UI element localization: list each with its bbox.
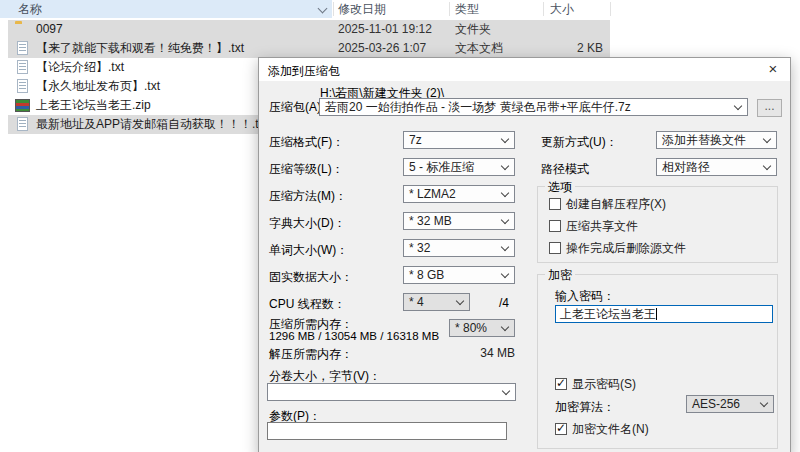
file-type: 文件夹	[455, 20, 491, 39]
method-select[interactable]: * LZMA2	[403, 185, 515, 203]
text-file-icon	[17, 117, 28, 131]
decompress-memory-value: 34 MB	[439, 346, 515, 360]
options-legend: 选项	[545, 179, 575, 196]
cpu-threads-label: CPU 线程数：	[269, 296, 346, 313]
cpu-threads-select[interactable]: * 4	[403, 293, 470, 311]
chevron-down-icon[interactable]	[763, 135, 771, 143]
create-sfx-checkbox[interactable]: 创建自解压程序(X)	[549, 197, 666, 212]
word-size-select[interactable]: * 32	[403, 239, 515, 257]
chevron-down-icon[interactable]	[501, 162, 509, 170]
close-icon[interactable]: ×	[762, 60, 784, 79]
parameters-input[interactable]	[267, 422, 507, 440]
text-cursor	[656, 308, 657, 320]
text-file-icon	[17, 60, 28, 74]
add-to-archive-dialog: 添加到压缩包 × 压缩包(A)： H:\若雨\新建文件夹 (2)\ 若雨20 一…	[258, 57, 791, 452]
file-name: 最新地址及APP请发邮箱自动获取！！！.txt	[36, 115, 268, 134]
encryption-algorithm-select[interactable]: AES-256	[686, 395, 774, 413]
column-header-size[interactable]: 大小	[550, 0, 574, 18]
chevron-down-icon[interactable]	[501, 216, 509, 224]
solid-block-size-label: 固实数据大小：	[269, 269, 353, 286]
format-label: 压缩格式(F)：	[269, 134, 344, 151]
chevron-down-icon[interactable]	[501, 323, 509, 331]
column-header-name[interactable]: 名称	[0, 0, 332, 18]
text-file-icon	[17, 41, 28, 55]
checkbox-icon[interactable]	[549, 220, 561, 232]
solid-block-size-select[interactable]: * 8 GB	[403, 266, 515, 284]
compress-shared-files-checkbox[interactable]: 压缩共享文件	[549, 219, 638, 234]
update-mode-select[interactable]: 添加并替换文件	[656, 131, 777, 149]
file-type: 文本文档	[455, 39, 503, 58]
update-mode-label: 更新方式(U)：	[541, 134, 618, 151]
encryption-algorithm-label: 加密算法：	[555, 399, 615, 416]
file-date: 2025-11-01 19:12	[338, 20, 432, 39]
chevron-down-icon[interactable]	[501, 270, 509, 278]
password-label: 输入密码：	[555, 288, 615, 305]
chevron-down-icon[interactable]	[501, 189, 509, 197]
cpu-threads-max: /4	[499, 296, 509, 310]
checkbox-icon[interactable]	[549, 198, 561, 210]
archive-name-value: 若雨20 一始街拍作品 - 淡一场梦 黄绿色吊带+平底牛仔.7z	[325, 100, 631, 114]
level-label: 压缩等级(L)：	[269, 161, 344, 178]
file-name: 0097	[36, 20, 63, 39]
file-name: 【永久地址发布页】.txt	[36, 77, 160, 96]
chevron-down-icon[interactable]	[456, 297, 464, 305]
column-header-row: 名称 修改日期 类型 大小	[0, 0, 660, 18]
file-name: 【论坛介绍】.txt	[36, 58, 124, 77]
method-label: 压缩方法(M)：	[269, 188, 347, 205]
memory-usage-values: 1296 MB / 13054 MB / 16318 MB	[269, 330, 439, 342]
chevron-down-icon[interactable]	[760, 399, 768, 407]
file-name: 【来了就能下载和观看！纯免费！】.txt	[36, 39, 244, 58]
browse-button[interactable]: ...	[757, 99, 782, 117]
delete-after-compression-checkbox[interactable]: 操作完成后删除源文件	[549, 241, 686, 256]
checkbox-checked-icon[interactable]	[555, 378, 567, 390]
file-name: 上老王论坛当老王.zip	[36, 96, 151, 115]
chevron-down-icon[interactable]	[763, 162, 771, 170]
encrypt-filenames-checkbox[interactable]: 加密文件名(N)	[555, 422, 649, 437]
encryption-legend: 加密	[545, 267, 575, 284]
word-size-label: 单词大小(W)：	[269, 242, 348, 259]
dictionary-size-select[interactable]: * 32 MB	[403, 212, 515, 230]
path-mode-select[interactable]: 相对路径	[656, 158, 777, 176]
file-date: 2025-03-26 1:07	[338, 39, 426, 58]
checkbox-checked-icon[interactable]	[555, 423, 567, 435]
table-row[interactable]: 0097 2025-11-01 19:12 文件夹	[8, 20, 610, 39]
zip-file-icon	[15, 99, 30, 112]
path-mode-label: 路径模式	[541, 161, 589, 178]
text-file-icon	[17, 79, 28, 93]
format-select[interactable]: 7z	[403, 131, 515, 149]
dictionary-size-label: 字典大小(D)：	[269, 215, 346, 232]
archive-name-combobox[interactable]: 若雨20 一始街拍作品 - 淡一场梦 黄绿色吊带+平底牛仔.7z	[319, 98, 748, 116]
dialog-title: 添加到压缩包	[268, 63, 340, 80]
show-password-checkbox[interactable]: 显示密码(S)	[555, 377, 636, 392]
memory-percent-select[interactable]: * 80%	[449, 319, 515, 337]
decompress-memory-label: 解压所需内存：	[269, 346, 353, 363]
column-header-date[interactable]: 修改日期	[338, 0, 386, 18]
chevron-down-icon[interactable]	[501, 135, 509, 143]
volume-size-combobox[interactable]	[267, 383, 516, 401]
level-select[interactable]: 5 - 标准压缩	[403, 158, 515, 176]
column-header-type[interactable]: 类型	[455, 0, 479, 18]
table-row[interactable]: 【来了就能下载和观看！纯免费！】.txt 2025-03-26 1:07 文本文…	[8, 39, 610, 58]
file-size: 2 KB	[508, 39, 603, 58]
dialog-titlebar[interactable]: 添加到压缩包 ×	[259, 58, 790, 81]
password-input[interactable]: 上老王论坛当老王	[555, 305, 773, 323]
chevron-down-icon[interactable]	[502, 387, 510, 395]
chevron-down-icon[interactable]	[501, 243, 509, 251]
chevron-down-icon[interactable]	[734, 102, 742, 110]
checkbox-icon[interactable]	[549, 242, 561, 254]
